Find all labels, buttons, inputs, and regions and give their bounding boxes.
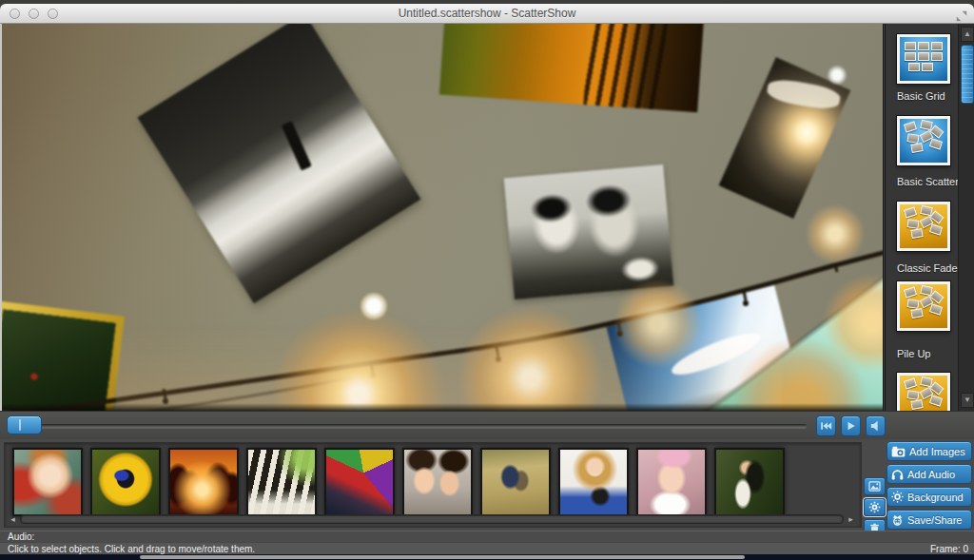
add-audio-button[interactable]: Add Audio (886, 464, 972, 484)
template-label: Basic Grid (897, 90, 945, 102)
background-button[interactable]: Background (886, 487, 972, 507)
template-basic-scatter[interactable] (897, 116, 950, 165)
warm-light-wash (116, 325, 782, 411)
skip-start-icon (820, 420, 832, 432)
photo-tile (929, 395, 943, 406)
photo-tile (931, 52, 943, 61)
template-pile-up[interactable] (897, 281, 950, 331)
playback-controls (816, 415, 886, 436)
bottom-panel: ◂ ▸ Add ImagesAdd AudioBackgroundSave/Sh… (0, 439, 974, 531)
play-button[interactable] (841, 415, 861, 436)
photo-kite-beach[interactable] (324, 448, 395, 516)
photo-tile (918, 42, 929, 50)
scene-button[interactable] (864, 477, 886, 495)
preview-canvas[interactable] (2, 24, 884, 411)
delete-button[interactable] (864, 519, 886, 531)
scattershow-window: Untitled.scattershow - ScatterShow (0, 4, 974, 554)
photo-tile (910, 143, 923, 153)
sidebar-scrollbar[interactable]: ▲ ▼ (958, 24, 974, 411)
audio-bar: Audio: (0, 531, 974, 542)
photo-couple-field[interactable] (480, 448, 551, 516)
photo-tile (908, 63, 920, 71)
title-bar[interactable]: Untitled.scattershow - ScatterShow (0, 4, 974, 24)
gear-icon (868, 501, 881, 513)
template-sidebar: Basic GridBasic ScatterClassic FadePile … (885, 24, 974, 411)
slideshow-scene (2, 24, 883, 411)
photo-tile (910, 399, 923, 410)
scroll-right-button[interactable]: ▸ (846, 514, 856, 524)
speaker-icon (869, 420, 882, 432)
photo-tile (904, 286, 917, 298)
action-button-label: Background (907, 492, 964, 503)
share-icon (891, 513, 904, 526)
photo-tile (929, 303, 943, 315)
timeline-track[interactable] (13, 424, 807, 428)
photo-baby-pink-hat[interactable] (636, 448, 707, 516)
template-classic-fade[interactable] (897, 202, 950, 251)
photo-tile (910, 228, 923, 239)
screen: Untitled.scattershow - ScatterShow (0, 0, 974, 560)
photo-woman-camera[interactable] (558, 448, 629, 516)
photo-tile (922, 63, 933, 71)
photo-tile (929, 138, 943, 149)
photo-zebra[interactable] (246, 448, 317, 516)
add-images-button[interactable]: Add Images (886, 441, 972, 461)
photo-tile (906, 133, 919, 144)
background-window-edge (140, 555, 745, 559)
photo-tile (906, 219, 919, 229)
scroll-left-button[interactable]: ◂ (8, 514, 18, 524)
photo-tile (910, 308, 923, 319)
camera-icon (891, 446, 906, 457)
template-label: Basic Scatter (897, 176, 959, 187)
photo-tile (906, 390, 919, 400)
photo-tile (918, 52, 929, 61)
light-glow (806, 204, 865, 263)
fullscreen-button[interactable] (956, 9, 967, 20)
template-label: Classic Fade (897, 262, 958, 274)
photo-tile (904, 377, 917, 389)
photo-party-sunset[interactable] (168, 448, 239, 516)
photo-two-women[interactable] (402, 448, 473, 516)
scroll-up-button[interactable]: ▲ (961, 27, 974, 42)
photo-tile (904, 206, 917, 218)
photo-tile (929, 223, 943, 235)
action-button-label: Add Audio (907, 469, 955, 480)
photo-girl-red-hood[interactable] (12, 448, 83, 516)
fullscreen-arrows-icon (956, 10, 967, 22)
action-button-label: Save/Share (907, 514, 962, 526)
photo-tile (906, 299, 919, 309)
audio-label: Audio: (8, 531, 34, 542)
photo-sunflower-butterfly[interactable] (90, 448, 161, 516)
template-basic-grid[interactable] (897, 34, 950, 84)
photo-tile (905, 52, 916, 61)
skip-start-button[interactable] (816, 415, 836, 436)
light-glint (828, 66, 847, 85)
photo-tile (931, 42, 943, 50)
desktop-background-bottom (0, 554, 974, 560)
timeline-bar (0, 411, 974, 439)
action-button-label: Add Images (909, 446, 965, 457)
sun-icon (891, 491, 904, 503)
light-glint (360, 293, 387, 319)
photo-tile (905, 42, 916, 50)
timeline-scrubber[interactable] (7, 415, 42, 434)
settings-button[interactable] (864, 498, 886, 516)
filmstrip-scrollbar-track[interactable] (20, 514, 844, 524)
scroll-down-button[interactable]: ▼ (961, 393, 974, 408)
template-label: Pile Up (897, 348, 930, 359)
scene-icon (868, 481, 881, 492)
filmstrip-scrollbar[interactable]: ◂ ▸ (5, 514, 861, 525)
window-title: Untitled.scattershow - ScatterShow (0, 7, 974, 20)
template-partial[interactable] (897, 373, 950, 411)
play-icon (845, 420, 857, 432)
save-share-button[interactable]: Save/Share (886, 510, 972, 530)
headphones-icon (891, 469, 904, 480)
sidebar-scrollbar-thumb[interactable] (961, 45, 974, 104)
photo-tile (904, 121, 917, 132)
filmstrip-panel: ◂ ▸ (4, 442, 862, 528)
trash-icon (869, 523, 880, 531)
status-bar: Click to select objects. Click and drag … (0, 542, 974, 554)
filmstrip-scrollbar-thumb[interactable] (22, 516, 842, 522)
photo-wedding-kiss[interactable] (714, 448, 785, 516)
mute-button[interactable] (866, 415, 886, 436)
